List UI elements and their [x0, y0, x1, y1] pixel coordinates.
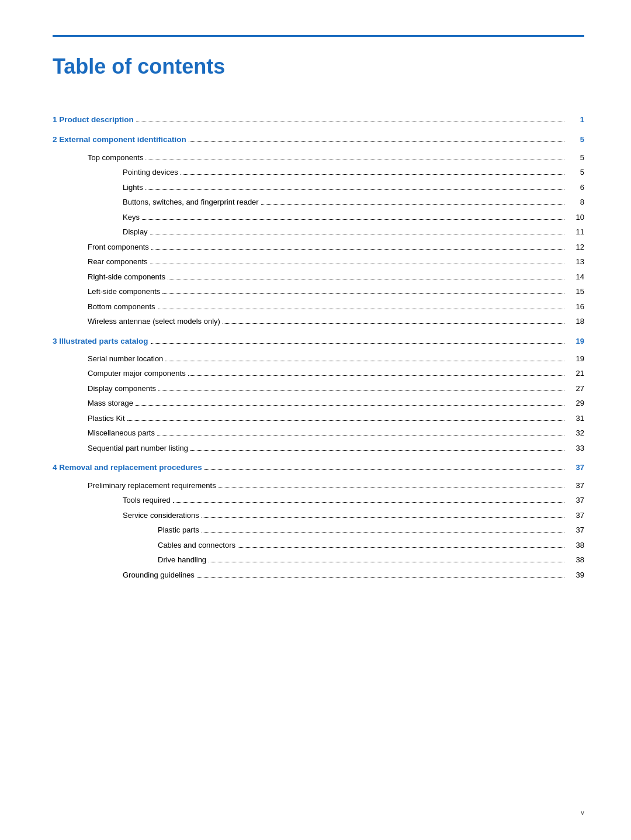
entry-label-s2-7: Wireless antennae (select models only) — [88, 316, 220, 327]
entry-label-ch2: 2 External component identification — [53, 134, 186, 146]
entry-label-s3-3: Display components — [88, 383, 156, 395]
entry-label-s3-2: Computer major components — [88, 368, 186, 379]
entry-dots-s2-1-4 — [142, 219, 564, 220]
entry-page-s2-4: 14 — [567, 271, 584, 283]
toc-entry-s4-1-1[interactable]: Tools required37 — [53, 495, 584, 506]
toc-entry-s2-1[interactable]: Top components5 — [53, 152, 584, 164]
toc-entry-s4-1-2[interactable]: Service considerations37 — [53, 510, 584, 521]
toc-entry-s2-1-4[interactable]: Keys10 — [53, 212, 584, 223]
entry-label-s2-1-5: Display — [123, 226, 148, 238]
entry-dots-s3-2 — [188, 375, 564, 376]
entry-label-s3-6: Miscellaneous parts — [88, 427, 155, 439]
toc-entry-s2-1-3[interactable]: Buttons, switches, and fingerprint reade… — [53, 196, 584, 208]
entry-page-s4-1-2-3: 38 — [567, 554, 584, 566]
entry-label-s3-4: Mass storage — [88, 397, 133, 409]
entry-page-s2-1-5: 11 — [567, 226, 584, 238]
entry-dots-s4-1-2-2 — [238, 547, 564, 548]
toc-entry-s2-5[interactable]: Left-side components15 — [53, 286, 584, 298]
toc-entry-s2-2[interactable]: Front components12 — [53, 241, 584, 253]
toc-entry-s2-4[interactable]: Right-side components14 — [53, 271, 584, 283]
toc-entry-ch3[interactable]: 3 Illustrated parts catalog19 — [53, 336, 584, 347]
entry-dots-s4-1-1 — [173, 502, 564, 503]
entry-label-s3-1: Serial number location — [88, 353, 163, 365]
entry-label-ch3: 3 Illustrated parts catalog — [53, 336, 148, 347]
entry-page-s2-1-3: 8 — [567, 196, 584, 208]
entry-label-ch1: 1 Product description — [53, 114, 134, 126]
entry-page-s2-1-1: 5 — [567, 167, 584, 178]
toc-entry-s4-1[interactable]: Preliminary replacement requirements37 — [53, 480, 584, 492]
entry-page-s2-1-4: 10 — [567, 212, 584, 223]
entry-label-s3-5: Plastics Kit — [88, 413, 125, 424]
entry-label-s4-1-3: Grounding guidelines — [123, 569, 195, 581]
entry-dots-s2-5 — [162, 293, 564, 294]
toc-entry-s4-1-2-3[interactable]: Drive handling38 — [53, 554, 584, 566]
entry-page-ch1: 1 — [567, 114, 584, 126]
entry-page-s4-1: 37 — [567, 480, 584, 492]
entry-label-ch4: 4 Removal and replacement procedures — [53, 462, 202, 473]
toc-entry-s3-6[interactable]: Miscellaneous parts32 — [53, 427, 584, 439]
toc-entry-s2-6[interactable]: Bottom components16 — [53, 301, 584, 313]
entry-label-s2-1: Top components — [88, 152, 143, 164]
entry-page-s2-5: 15 — [567, 286, 584, 298]
entry-page-s3-2: 21 — [567, 368, 584, 379]
entry-label-s2-6: Bottom components — [88, 301, 155, 313]
entry-dots-s2-1-2 — [145, 189, 564, 190]
entry-dots-s3-3 — [158, 390, 564, 391]
toc-entry-s2-7[interactable]: Wireless antennae (select models only)18 — [53, 316, 584, 327]
entry-dots-s3-7 — [190, 450, 564, 451]
entry-page-s2-1: 5 — [567, 152, 584, 164]
entry-label-s2-5: Left-side components — [88, 286, 160, 298]
entry-page-s3-1: 19 — [567, 353, 584, 365]
toc-entry-s3-2[interactable]: Computer major components21 — [53, 368, 584, 379]
entry-label-s2-2: Front components — [88, 241, 149, 253]
toc-entry-ch2[interactable]: 2 External component identification5 — [53, 134, 584, 146]
toc-entry-s2-3[interactable]: Rear components13 — [53, 256, 584, 268]
entry-dots-s4-1-3 — [197, 577, 564, 578]
toc-entry-s2-1-2[interactable]: Lights6 — [53, 182, 584, 193]
entry-label-s4-1-2-1: Plastic parts — [158, 524, 199, 536]
entry-dots-ch4 — [204, 469, 564, 470]
entry-page-s3-4: 29 — [567, 397, 584, 409]
toc-entry-s4-1-2-2[interactable]: Cables and connectors38 — [53, 540, 584, 551]
page-footer: v — [581, 808, 584, 817]
entry-dots-s3-4 — [136, 405, 564, 406]
entry-label-s4-1-2-2: Cables and connectors — [158, 540, 235, 551]
toc-entry-ch1[interactable]: 1 Product description1 — [53, 114, 584, 126]
toc-entry-s2-1-1[interactable]: Pointing devices5 — [53, 167, 584, 178]
toc-entry-s3-1[interactable]: Serial number location19 — [53, 353, 584, 365]
entry-page-s2-6: 16 — [567, 301, 584, 313]
entry-page-s4-1-2-1: 37 — [567, 524, 584, 536]
entry-dots-s2-1-1 — [181, 174, 564, 175]
entry-page-s3-3: 27 — [567, 383, 584, 395]
entry-label-s4-1: Preliminary replacement requirements — [88, 480, 216, 492]
entry-label-s2-1-2: Lights — [123, 182, 143, 193]
entry-page-ch3: 19 — [567, 336, 584, 347]
entry-dots-ch3 — [151, 343, 564, 344]
entry-page-s2-7: 18 — [567, 316, 584, 327]
entry-page-ch2: 5 — [567, 134, 584, 146]
entry-dots-s2-7 — [223, 323, 564, 324]
toc-entry-s4-1-3[interactable]: Grounding guidelines39 — [53, 569, 584, 581]
toc-entry-s4-1-2-1[interactable]: Plastic parts37 — [53, 524, 584, 536]
toc-entry-s3-5[interactable]: Plastics Kit31 — [53, 413, 584, 424]
toc-entry-ch4[interactable]: 4 Removal and replacement procedures37 — [53, 462, 584, 473]
entry-page-s4-1-2: 37 — [567, 510, 584, 521]
entry-dots-s2-1-3 — [261, 204, 564, 205]
toc-entry-s2-1-5[interactable]: Display11 — [53, 226, 584, 238]
toc-entry-s3-3[interactable]: Display components27 — [53, 383, 584, 395]
entry-dots-s2-2 — [151, 249, 564, 250]
entry-page-s4-1-2-2: 38 — [567, 540, 584, 551]
page-title: Table of contents — [53, 54, 584, 79]
entry-dots-s2-1 — [145, 160, 564, 160]
entry-dots-ch1 — [136, 122, 564, 122]
entry-label-s4-1-2-3: Drive handling — [158, 554, 206, 566]
entry-label-s4-1-2: Service considerations — [123, 510, 199, 521]
toc-entry-s3-4[interactable]: Mass storage29 — [53, 397, 584, 409]
entry-dots-s2-4 — [168, 279, 564, 279]
entry-label-s2-4: Right-side components — [88, 271, 165, 283]
entry-label-s4-1-1: Tools required — [123, 495, 171, 506]
entry-dots-s3-5 — [127, 420, 564, 421]
toc-entry-s3-7[interactable]: Sequential part number listing33 — [53, 443, 584, 454]
entry-page-s3-7: 33 — [567, 443, 584, 454]
page-header — [53, 35, 584, 49]
